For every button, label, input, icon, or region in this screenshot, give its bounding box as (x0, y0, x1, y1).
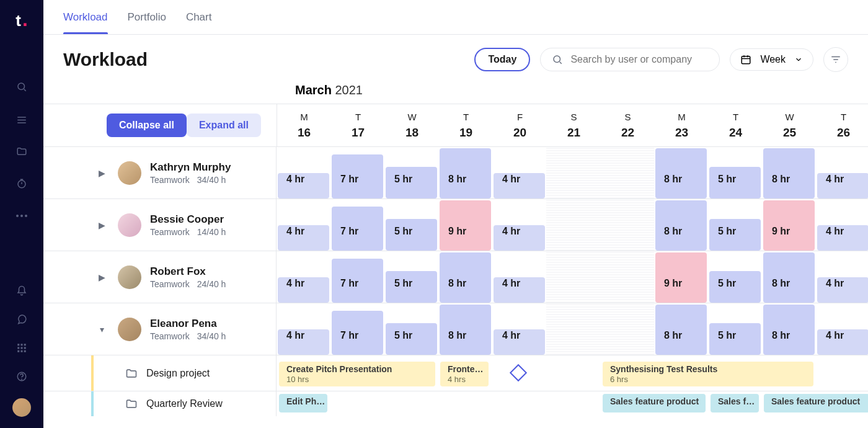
hours-cell[interactable]: 4 hr (278, 225, 329, 251)
person-row: ▾ Eleanor Pena Teamwork 34/40 h 4 hr 7 h… (43, 303, 868, 355)
search-input[interactable] (569, 53, 708, 66)
hours-cell[interactable]: 4 hr (817, 225, 868, 251)
hours-cell[interactable]: 4 hr (278, 173, 329, 198)
svg-point-3 (20, 215, 23, 217)
hours-cell[interactable]: 9 hr (763, 200, 815, 251)
avatar (118, 161, 141, 185)
day-column: T26 (817, 104, 868, 146)
calendar-icon (740, 54, 751, 65)
hours-cell[interactable]: 8 hr (655, 305, 707, 355)
help-icon[interactable] (15, 370, 29, 383)
svg-rect-5 (17, 344, 19, 346)
day-column: F20 (493, 104, 547, 146)
hours-cell[interactable]: 7 hr (332, 259, 383, 303)
hours-cell[interactable]: 5 hr (709, 219, 761, 251)
hours-cell[interactable]: 5 hr (386, 219, 437, 251)
project-name[interactable]: Quarterly Review (146, 398, 223, 409)
day-number: 16 (298, 126, 311, 140)
day-column: W25 (763, 104, 817, 146)
hours-cell[interactable]: 5 hr (386, 167, 437, 198)
day-column: M16 (277, 104, 331, 146)
hours-cell[interactable]: 4 hr (494, 173, 545, 198)
collapse-caret[interactable]: ▾ (94, 324, 109, 334)
expand-caret[interactable]: ▶ (94, 272, 109, 282)
period-label: Week (760, 54, 786, 65)
hours-cell[interactable]: 4 hr (278, 329, 329, 355)
folder-icon[interactable] (15, 145, 29, 158)
tab-workload[interactable]: Workload (63, 0, 108, 34)
hours-cell[interactable]: 8 hr (763, 148, 815, 198)
task-bar[interactable]: Synthesising Test Results 6 hrs (603, 362, 813, 386)
hours-cell[interactable]: 9 hr (655, 252, 707, 303)
task-hours: 10 hrs (286, 375, 309, 384)
search-icon[interactable] (15, 80, 29, 94)
hours-cell[interactable]: 8 hr (440, 252, 491, 303)
task-bar[interactable]: Sales feature product (764, 394, 868, 412)
task-name: Edit Ph… (286, 396, 320, 406)
day-column: W18 (385, 104, 439, 146)
svg-rect-9 (21, 347, 23, 349)
today-button[interactable]: Today (474, 48, 530, 71)
person-row: ▶ Kathryn Murphy Teamwork 34/40 h 4 hr 7… (43, 147, 868, 199)
hours-cell[interactable]: 5 hr (709, 271, 761, 303)
project-row: Quarterly Review Edit Ph… Sales feature … (43, 391, 868, 416)
more-icon[interactable] (15, 209, 29, 223)
hours-cell[interactable]: 5 hr (386, 271, 437, 303)
search-box[interactable] (540, 48, 720, 71)
task-bar[interactable]: Edit Ph… (279, 394, 327, 412)
task-bar[interactable]: Sales feature product (603, 394, 706, 412)
milestone-icon[interactable] (510, 364, 527, 381)
hours-cell[interactable]: 8 hr (655, 200, 707, 251)
timer-icon[interactable] (15, 177, 29, 190)
bell-icon[interactable] (15, 284, 29, 298)
tab-portfolio[interactable]: Portfolio (128, 0, 166, 34)
project-name[interactable]: Design project (146, 368, 210, 379)
svg-rect-17 (742, 56, 751, 64)
svg-point-16 (554, 56, 560, 63)
hours-cell[interactable]: 4 hr (494, 329, 545, 355)
hours-cell[interactable]: 9 hr (440, 200, 491, 251)
hours-cell[interactable]: 4 hr (278, 277, 329, 303)
expand-caret[interactable]: ▶ (94, 168, 109, 178)
user-name: Kathryn Murphy (150, 161, 231, 174)
hours-cell[interactable]: 8 hr (440, 305, 491, 355)
hours-cell[interactable]: 5 hr (709, 323, 761, 355)
task-bar[interactable]: Create Pitch Presentation 10 hrs (279, 362, 435, 386)
task-name: Fronte… (448, 364, 481, 374)
hours-cell[interactable]: 4 hr (817, 173, 868, 198)
hours-cell[interactable]: 8 hr (440, 148, 491, 198)
hours-cell[interactable]: 4 hr (494, 225, 545, 251)
svg-point-4 (25, 215, 27, 217)
filter-button[interactable] (823, 47, 848, 72)
day-column: S21 (547, 104, 601, 146)
hours-cell[interactable]: 4 hr (817, 329, 868, 355)
expand-caret[interactable]: ▶ (94, 220, 109, 230)
hours-cell[interactable]: 4 hr (817, 277, 868, 303)
collapse-all-button[interactable]: Collapse all (107, 114, 187, 137)
hours-cell[interactable]: 7 hr (332, 207, 383, 251)
hours-cell[interactable]: 4 hr (494, 277, 545, 303)
list-icon[interactable] (15, 112, 29, 126)
hours-cell[interactable]: 5 hr (709, 167, 761, 198)
chat-icon[interactable] (15, 313, 29, 326)
task-hours: 6 hrs (610, 375, 628, 384)
month-name: March (295, 83, 332, 97)
task-bar[interactable]: Sales f… (711, 394, 759, 412)
tab-chart[interactable]: Chart (186, 0, 212, 34)
expand-all-button[interactable]: Expand all (187, 114, 261, 137)
task-bar[interactable]: Fronte… 4 hrs (440, 362, 489, 386)
hours-cell[interactable]: 8 hr (655, 148, 707, 198)
task-name: Sales f… (718, 396, 751, 406)
user-subtitle: Teamwork 24/40 h (150, 279, 226, 289)
person-row: ▶ Bessie Cooper Teamwork 14/40 h 4 hr 7 … (43, 199, 868, 251)
hours-cell[interactable]: 8 hr (763, 305, 815, 355)
hours-cell[interactable]: 7 hr (332, 311, 383, 355)
hours-cell[interactable]: 5 hr (386, 323, 437, 355)
hours-cell[interactable]: 7 hr (332, 154, 383, 198)
hours-cell[interactable]: 8 hr (763, 252, 815, 303)
top-tabs: Workload Portfolio Chart (43, 0, 868, 35)
grid-icon[interactable] (15, 341, 29, 355)
filter-icon (830, 54, 841, 65)
current-user-avatar[interactable] (12, 398, 31, 417)
period-select[interactable]: Week (730, 48, 813, 71)
